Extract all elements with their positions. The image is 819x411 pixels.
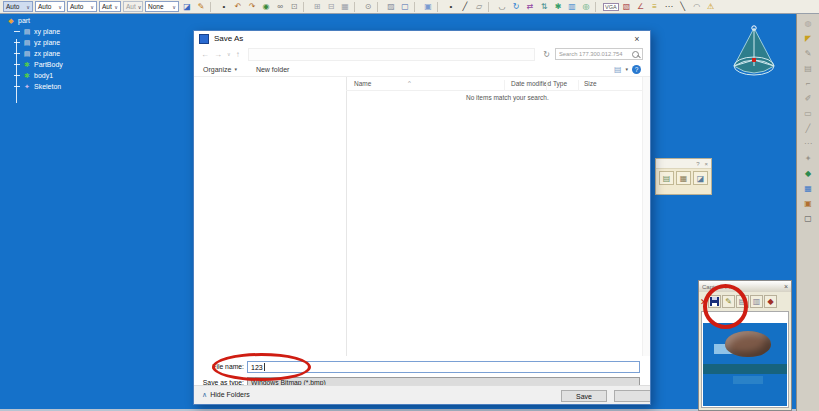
zoom-icon[interactable]: ⊙ [362, 1, 374, 12]
palette-help-icon[interactable]: ? [696, 161, 699, 167]
warning-icon[interactable]: ⚠ [705, 1, 717, 12]
column-name[interactable]: Name [354, 80, 371, 87]
more-icon[interactable]: ⋯ [663, 1, 675, 12]
tree-item-body1[interactable]: ✱ body1 [14, 70, 63, 81]
capture-mode-2-icon[interactable]: ▦ [676, 171, 691, 185]
folder-nav-pane[interactable] [194, 77, 347, 356]
scrollbar[interactable] [642, 77, 650, 356]
nav-caret-icon[interactable]: ∨ [227, 51, 231, 57]
erase-icon[interactable]: ▭ [801, 108, 815, 119]
tree-item-zx-plane[interactable]: ▤ zx plane [14, 48, 63, 59]
print-capture-icon[interactable]: ▥ [750, 295, 763, 308]
mode-dropdown-2[interactable]: Auto ∨ [35, 1, 65, 12]
tree-item-label: part [18, 17, 30, 24]
knob-icon[interactable]: ◍ [801, 18, 815, 29]
organize-button[interactable]: Organize [203, 66, 231, 73]
brush-icon[interactable]: ✎ [195, 1, 207, 12]
eye-icon[interactable]: ◉ [260, 1, 272, 12]
flag-capture-icon[interactable]: ◆ [764, 295, 777, 308]
update-icon[interactable]: ✱ [552, 1, 564, 12]
redo-icon[interactable]: ↷ [246, 1, 258, 12]
link-icon[interactable]: ⇅ [538, 1, 550, 12]
plane-icon: ▤ [22, 50, 32, 58]
mode-dropdown-4[interactable]: Aut ∨ [99, 1, 121, 12]
tree-item-xy-plane[interactable]: ▤ xy plane [14, 26, 63, 37]
toolbar-separator [210, 2, 215, 12]
rotate-icon[interactable]: ↻ [510, 1, 522, 12]
view-list-icon[interactable]: ▤ [614, 65, 622, 74]
hatch-icon[interactable]: ▨ [385, 1, 397, 12]
close-icon[interactable]: × [624, 34, 650, 44]
layers-icon[interactable]: ▧ [621, 1, 633, 12]
measure-icon[interactable]: ⌐ [801, 78, 815, 89]
slash-icon[interactable]: ╲ [677, 1, 689, 12]
table-icon[interactable]: ▦ [339, 1, 351, 12]
preview-icon[interactable]: ⊡ [288, 1, 300, 12]
cut-icon[interactable]: ╱ [801, 123, 815, 134]
point2-icon[interactable]: • [445, 1, 457, 12]
save-button[interactable]: Save [561, 390, 607, 402]
body-icon: ✱ [22, 72, 32, 80]
cursor-icon[interactable]: ◤ [801, 33, 815, 44]
cancel-button-partial[interactable] [614, 390, 651, 402]
chevron-down-icon: ∨ [26, 4, 30, 10]
capture-mode-1-icon[interactable]: ▤ [659, 171, 674, 185]
view-caret-icon[interactable]: ▾ [625, 66, 628, 72]
note-icon[interactable]: ▤ [801, 63, 815, 74]
globe-icon[interactable]: ◎ [580, 1, 592, 12]
angle-icon[interactable]: ∠ [635, 1, 647, 12]
image-icon[interactable]: ▥ [566, 1, 578, 12]
hide-folders-button[interactable]: ∧Hide Folders [202, 391, 250, 399]
preview-canvas [703, 323, 787, 406]
paste-icon[interactable]: ◪ [181, 1, 193, 12]
glasses-icon[interactable]: ∞ [274, 1, 286, 12]
undo-icon[interactable]: ↶ [232, 1, 244, 12]
toolbar-separator [595, 2, 600, 12]
line-icon[interactable]: ╱ [459, 1, 471, 12]
image-icon[interactable]: ▦ [801, 183, 815, 194]
plane-icon: ▤ [22, 39, 32, 47]
refresh-icon[interactable]: ↻ [543, 50, 550, 59]
shaded-box-icon[interactable]: ▣ [422, 1, 434, 12]
palette-close-icon[interactable]: × [704, 161, 708, 167]
axis-icon[interactable]: ⊞ [311, 1, 323, 12]
tree-item-skeleton[interactable]: ✦ Skeleton [14, 81, 63, 92]
mode-dropdown-1[interactable]: Auto ∨ [3, 1, 33, 12]
swap-icon[interactable]: ⇄ [524, 1, 536, 12]
address-bar[interactable] [248, 48, 536, 61]
back-icon[interactable]: ← [201, 50, 209, 59]
cube-icon[interactable]: ▣ [801, 198, 815, 209]
tree-icon[interactable]: ◆ [801, 168, 815, 179]
tree-item-partbody[interactable]: ✱ PartBody [14, 59, 63, 70]
filter-icon[interactable]: ≡ [649, 1, 661, 12]
mode-dropdown-6[interactable]: None ∨ [145, 1, 179, 12]
tree-stub [14, 64, 20, 65]
plane-icon[interactable]: ▱ [473, 1, 485, 12]
capture-mode-3-icon[interactable]: ◪ [693, 171, 708, 185]
search-box[interactable]: Search 177.300.012.754 [555, 48, 643, 60]
tree-item-part[interactable]: ◆ part [6, 15, 63, 26]
paint-icon[interactable]: ✦ [801, 153, 815, 164]
dots-icon[interactable]: ⋯ [801, 138, 815, 149]
new-folder-button[interactable]: New folder [256, 66, 289, 73]
box-icon[interactable]: ▢ [399, 1, 411, 12]
sketch-icon[interactable]: ✎ [801, 48, 815, 59]
column-type[interactable]: Type [553, 80, 567, 87]
tree-item-yz-plane[interactable]: ▤ yz plane [14, 37, 63, 48]
column-size[interactable]: Size [584, 80, 597, 87]
grid-icon[interactable]: ⊟ [325, 1, 337, 12]
curve-icon[interactable]: ◡ [496, 1, 508, 12]
point-icon[interactable]: • [218, 1, 230, 12]
sheet-icon[interactable]: ▢ [801, 213, 815, 224]
up-icon[interactable]: ↑ [236, 50, 240, 59]
help-icon[interactable]: ? [632, 65, 641, 74]
capture-close-icon[interactable]: × [784, 283, 788, 290]
vga-label[interactable]: VGA [603, 3, 619, 11]
3d-compass[interactable] [727, 24, 781, 88]
arc-icon[interactable]: ◠ [691, 1, 703, 12]
pen-icon[interactable]: ✐ [801, 93, 815, 104]
forward-icon[interactable]: → [214, 50, 222, 59]
dialog-footer: ∧Hide Folders Save [194, 385, 650, 404]
dialog-titlebar[interactable]: Save As × [194, 31, 650, 46]
mode-dropdown-3[interactable]: Auto ∨ [67, 1, 97, 12]
